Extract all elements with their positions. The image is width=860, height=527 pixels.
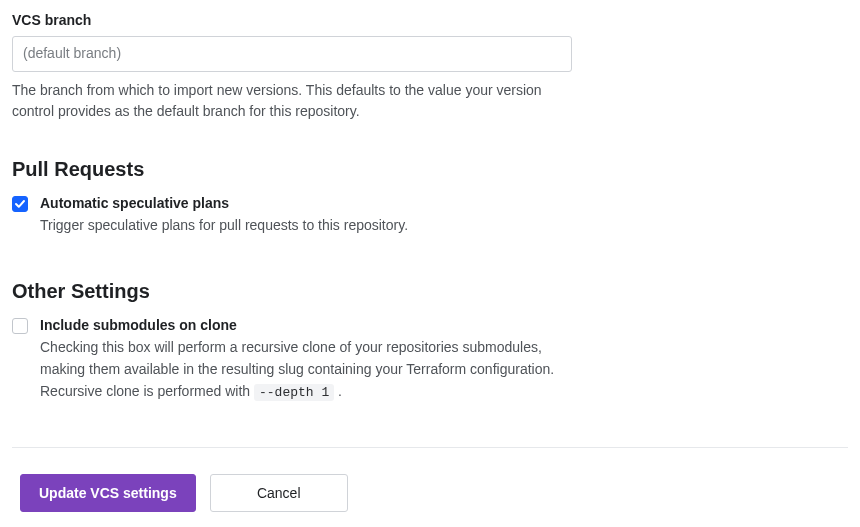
include-submodules-label: Include submodules on clone xyxy=(40,317,848,333)
other-settings-section: Other Settings Include submodules on clo… xyxy=(12,280,848,403)
vcs-branch-input[interactable] xyxy=(12,36,572,72)
include-submodules-help-suffix: . xyxy=(334,383,342,399)
cancel-button[interactable]: Cancel xyxy=(210,474,348,512)
auto-speculative-row: Automatic speculative plans Trigger spec… xyxy=(12,195,848,237)
update-vcs-settings-button[interactable]: Update VCS settings xyxy=(20,474,196,512)
vcs-branch-label: VCS branch xyxy=(12,12,848,28)
other-settings-heading: Other Settings xyxy=(12,280,848,303)
include-submodules-checkbox[interactable] xyxy=(12,318,28,334)
auto-speculative-help: Trigger speculative plans for pull reque… xyxy=(40,215,580,237)
auto-speculative-label: Automatic speculative plans xyxy=(40,195,848,211)
pull-requests-section: Pull Requests Automatic speculative plan… xyxy=(12,158,848,237)
pull-requests-heading: Pull Requests xyxy=(12,158,848,181)
checkmark-icon xyxy=(14,198,26,210)
include-submodules-row: Include submodules on clone Checking thi… xyxy=(12,317,848,403)
vcs-branch-help: The branch from which to import new vers… xyxy=(12,80,582,122)
vcs-branch-field: VCS branch The branch from which to impo… xyxy=(12,12,848,122)
button-row: Update VCS settings Cancel xyxy=(12,474,848,512)
auto-speculative-checkbox[interactable] xyxy=(12,196,28,212)
divider xyxy=(12,447,848,448)
depth-flag-code: --depth 1 xyxy=(254,384,334,401)
include-submodules-help: Checking this box will perform a recursi… xyxy=(40,337,580,403)
